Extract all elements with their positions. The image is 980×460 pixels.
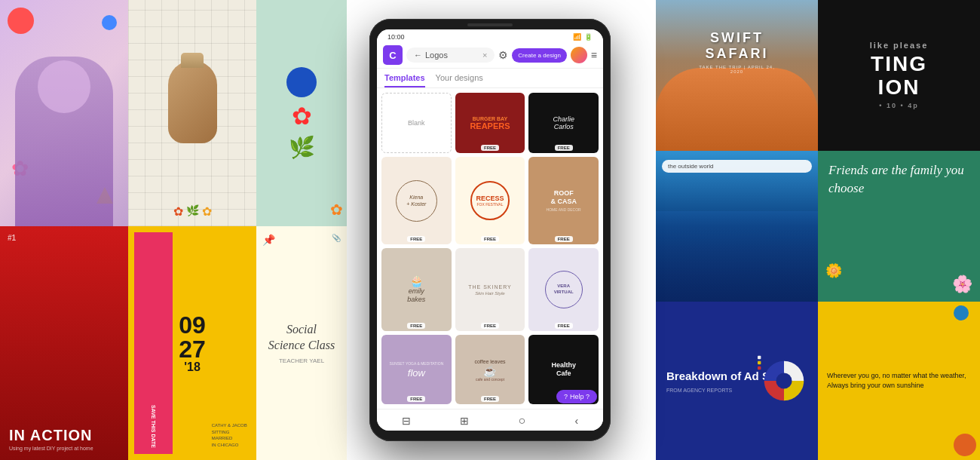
tablet-wrapper: 10:00 📶 🔋 C ← Logos × ⚙ Create	[369, 19, 611, 441]
create-design-button[interactable]: Create a design	[512, 48, 566, 63]
clear-icon[interactable]: ×	[482, 51, 487, 60]
svg-rect-3	[758, 361, 761, 364]
hamburger-icon[interactable]: ≡	[591, 49, 597, 61]
template-vera[interactable]: VERAVIRTUAL FREE	[528, 248, 599, 331]
canva-logo: C	[383, 45, 403, 65]
tablet-device: 10:00 📶 🔋 C ← Logos × ⚙ Create	[369, 19, 611, 441]
in-action-title: IN ACTION	[9, 427, 93, 444]
template-roof-casa[interactable]: ROOF& CASA HOME AND DECOR FREE	[528, 157, 599, 244]
collage-ting-ion: like please TING ION • 10 • 4p	[818, 0, 980, 151]
bottom-nav-bar: ⊟ ⊞ ○ ‹	[377, 409, 603, 431]
svg-rect-2	[758, 356, 761, 359]
svg-point-1	[776, 373, 792, 389]
template-sunset[interactable]: SUNSET YOGA & MEDITATION flow FREE	[381, 335, 452, 404]
nav-back-icon[interactable]: ‹	[575, 415, 579, 427]
tab-templates[interactable]: Templates	[384, 73, 425, 87]
status-bar: 10:00 📶 🔋	[377, 29, 603, 42]
pie-chart	[758, 354, 810, 407]
back-arrow-icon[interactable]: ←	[414, 51, 422, 60]
free-badge: FREE	[555, 145, 573, 151]
tab-your-designs[interactable]: Your designs	[436, 73, 483, 87]
social-sub: TEACHER YAEL	[279, 357, 324, 364]
right-collage: SWIFT SAFARI TAKE THE TRIP | APRIL 24, 2…	[656, 0, 980, 460]
template-reapers[interactable]: BURGER BAY REAPERS FREE	[455, 93, 525, 153]
help-label: Help ?	[570, 393, 590, 400]
template-coffee[interactable]: coffee leaves ☕ cafe and concept FREE	[455, 335, 525, 404]
battery-icon: 🔋	[584, 33, 593, 41]
template-grid: Blank BURGER BAY REAPERS FREE CharlieCar…	[377, 88, 603, 409]
collage-social-science: 📌 SocialScience Class TEACHER YAEL 📎	[256, 226, 347, 460]
template-emily[interactable]: 🧁 emilybakes FREE	[381, 248, 452, 331]
blank-card[interactable]: Blank	[381, 93, 452, 153]
template-skinery[interactable]: THE SKINERY Skin Hair Style FREE	[455, 248, 525, 331]
nav-home-icon[interactable]: ⊟	[402, 415, 411, 427]
collage-woman-photo: ✿	[0, 0, 128, 226]
free-badge: FREE	[555, 236, 573, 242]
free-badge: FREE	[555, 323, 573, 329]
tabs-bar: Templates Your designs	[377, 69, 603, 88]
free-badge: FREE	[481, 236, 499, 242]
template-recess[interactable]: RECESS FOX FESTIVAL FREE	[455, 157, 525, 244]
free-badge: FREE	[481, 323, 499, 329]
avatar[interactable]	[571, 47, 587, 63]
left-collage: ✿ ✿ 🌿 ✿ ✿ 🌿 ✿ #1 IN ACTION Using my late…	[0, 0, 347, 460]
collage-breakdown: Breakdown of Ad Spend FROM AGENCY REPORT…	[656, 302, 818, 460]
free-badge: FREE	[407, 396, 425, 402]
collage-in-action: #1 IN ACTION Using my latest DIY project…	[0, 226, 128, 460]
search-text: Logos	[425, 51, 479, 60]
free-badge: FREE	[481, 145, 499, 151]
collage-friends-quote: Friends are the family you choose 🌸 🌼	[818, 151, 980, 302]
help-button[interactable]: ? Help ?	[556, 390, 597, 403]
help-icon: ?	[564, 393, 568, 400]
template-charlie[interactable]: CharlieCarlos FREE	[528, 93, 599, 153]
swift-safari-sub: TAKE THE TRIP | APRIL 24, 2020	[697, 65, 778, 74]
search-bar[interactable]: ← Logos ×	[406, 48, 495, 63]
nav-recent-icon[interactable]: ⊞	[460, 415, 469, 427]
collage-date: SAVE THIS DATE 09 27 '18 CATHY & JACOBSI…	[128, 226, 256, 460]
wifi-icon: 📶	[573, 33, 581, 41]
collage-floral-teal: ✿ 🌿 ✿	[256, 0, 347, 226]
collage-ocean: the outside world	[656, 151, 818, 302]
ocean-search[interactable]: the outside world	[662, 160, 812, 173]
free-badge: FREE	[407, 323, 425, 329]
free-badge: FREE	[407, 236, 425, 242]
settings-icon[interactable]: ⚙	[498, 49, 508, 61]
top-bar: C ← Logos × ⚙ Create a design ≡	[377, 42, 603, 69]
tablet-screen: 10:00 📶 🔋 C ← Logos × ⚙ Create	[377, 29, 603, 431]
free-badge: FREE	[481, 396, 499, 402]
time-display: 10:00	[387, 33, 405, 41]
swift-safari-title: SWIFT SAFARI	[697, 30, 778, 62]
collage-swift-safari: SWIFT SAFARI TAKE THE TRIP | APRIL 24, 2…	[656, 0, 818, 151]
svg-rect-4	[758, 366, 761, 370]
collage-vase: ✿ 🌿 ✿	[128, 0, 256, 226]
collage-yellow-quote: Wherever you go, no matter what the weat…	[818, 302, 980, 460]
social-title: SocialScience Class	[268, 322, 335, 354]
friends-text: Friends are the family you choose	[828, 161, 969, 198]
yellow-quote-text: Wherever you go, no matter what the weat…	[827, 371, 971, 391]
nav-circle-icon[interactable]: ○	[519, 414, 526, 428]
template-kiena[interactable]: Kiena+ Koster FREE	[381, 157, 452, 244]
in-action-sub: Using my latest DIY project at home	[9, 446, 93, 451]
